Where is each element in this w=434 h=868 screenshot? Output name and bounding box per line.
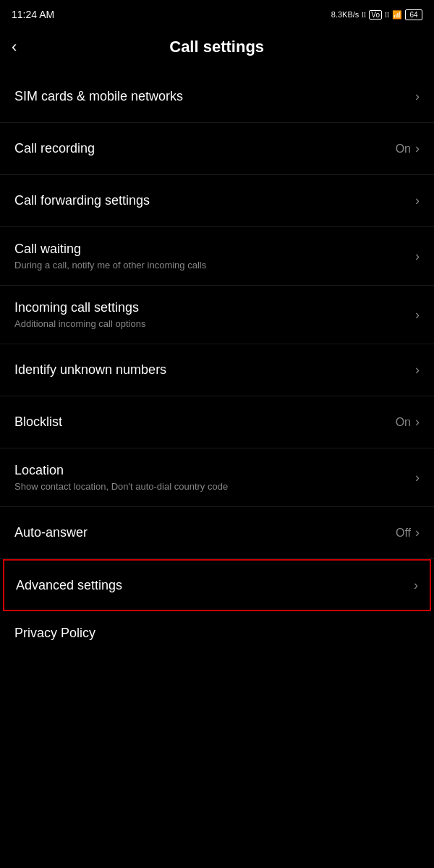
blocklist-status: On — [396, 416, 411, 429]
location-title: Location — [14, 463, 415, 478]
settings-item-call-forwarding[interactable]: Call forwarding settings› — [0, 175, 434, 227]
settings-item-auto-answer[interactable]: Auto-answerOff› — [0, 507, 434, 559]
call-waiting-subtitle: During a call, notify me of other incomi… — [14, 260, 415, 271]
settings-list: SIM cards & mobile networks›Call recordi… — [0, 71, 434, 611]
privacy-policy-item[interactable]: Privacy Policy — [0, 611, 434, 647]
page-title: Call settings — [34, 38, 399, 56]
call-recording-title: Call recording — [14, 141, 396, 156]
page-header: ‹ Call settings — [0, 29, 434, 65]
status-bar: 11:24 AM 8.3KB/s 𝔩𝔩 Vo 𝔩𝔩 📶 64 — [0, 0, 434, 29]
settings-item-incoming-call[interactable]: Incoming call settingsAdditional incomin… — [0, 286, 434, 344]
signal-icon-2: 𝔩𝔩 — [385, 10, 389, 20]
signal-icon-1: 𝔩𝔩 — [362, 10, 366, 20]
status-time: 11:24 AM — [12, 9, 54, 20]
status-bar-right: 8.3KB/s 𝔩𝔩 Vo 𝔩𝔩 📶 64 — [331, 9, 422, 20]
location-chevron-icon: › — [415, 470, 420, 485]
auto-answer-chevron-icon: › — [415, 525, 420, 540]
call-recording-chevron-icon: › — [415, 141, 420, 156]
call-forwarding-title: Call forwarding settings — [14, 193, 415, 208]
call-recording-status: On — [396, 142, 411, 156]
incoming-call-chevron-icon: › — [415, 307, 420, 323]
wifi-icon: 📶 — [392, 10, 402, 20]
call-waiting-chevron-icon: › — [415, 249, 420, 264]
location-subtitle: Show contact location, Don't auto-dial c… — [14, 481, 415, 492]
back-button[interactable]: ‹ — [12, 39, 17, 55]
settings-item-advanced-settings[interactable]: Advanced settings› — [3, 559, 431, 611]
sim-cards-chevron-icon: › — [415, 89, 420, 104]
vo-lte-icon: Vo — [369, 10, 382, 20]
settings-item-location[interactable]: LocationShow contact location, Don't aut… — [0, 448, 434, 507]
advanced-settings-title: Advanced settings — [16, 578, 414, 593]
settings-item-sim-cards[interactable]: SIM cards & mobile networks› — [0, 71, 434, 123]
privacy-policy-title: Privacy Policy — [14, 626, 95, 640]
battery-icon: 64 — [405, 9, 422, 20]
settings-item-call-recording[interactable]: Call recordingOn› — [0, 123, 434, 175]
incoming-call-subtitle: Additional incoming call options — [14, 318, 415, 329]
incoming-call-title: Incoming call settings — [14, 300, 415, 315]
call-waiting-title: Call waiting — [14, 242, 415, 257]
identify-unknown-chevron-icon: › — [415, 362, 420, 378]
sim-cards-title: SIM cards & mobile networks — [14, 89, 415, 104]
auto-answer-status: Off — [396, 527, 411, 540]
settings-item-call-waiting[interactable]: Call waitingDuring a call, notify me of … — [0, 227, 434, 286]
blocklist-title: Blocklist — [14, 414, 396, 430]
auto-answer-title: Auto-answer — [14, 525, 396, 540]
settings-item-blocklist[interactable]: BlocklistOn› — [0, 396, 434, 448]
identify-unknown-title: Identify unknown numbers — [14, 362, 415, 378]
advanced-settings-chevron-icon: › — [414, 578, 418, 593]
network-speed: 8.3KB/s — [331, 10, 359, 19]
call-forwarding-chevron-icon: › — [415, 193, 420, 208]
blocklist-chevron-icon: › — [415, 414, 420, 430]
settings-item-identify-unknown[interactable]: Identify unknown numbers› — [0, 344, 434, 396]
